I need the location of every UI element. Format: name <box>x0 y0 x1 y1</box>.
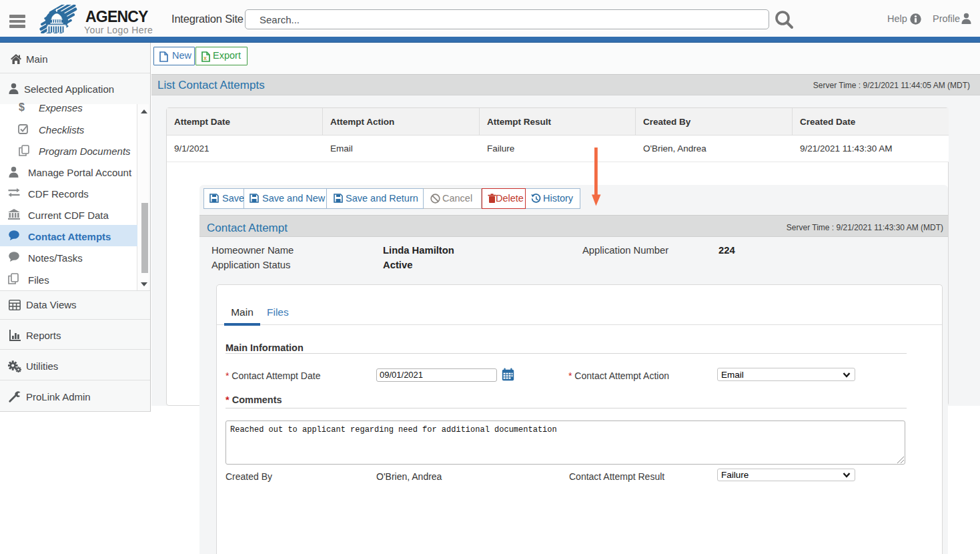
svg-text:x: x <box>203 55 207 61</box>
